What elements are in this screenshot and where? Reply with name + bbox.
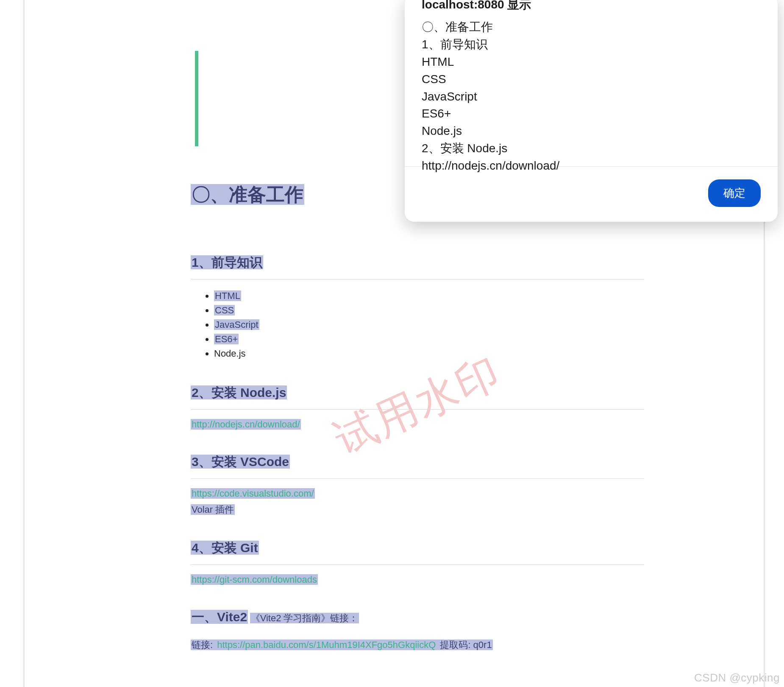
dialog-line: CSS [422, 71, 761, 88]
dialog-line: 1、前导知识 [422, 36, 761, 53]
ok-button[interactable]: 确定 [708, 179, 761, 207]
share-line: 链接: https://pan.baidu.com/s/1Muhm19I4XFg… [191, 639, 644, 651]
vscode-plugin-note: Volar 插件 [191, 504, 235, 515]
dialog-body: 〇、准备工作 1、前导知识 HTML CSS JavaScript ES6+ N… [405, 14, 778, 175]
accent-bar [195, 51, 198, 146]
baidu-share-link[interactable]: https://pan.baidu.com/s/1Muhm19I4XFgo5hG… [216, 640, 436, 650]
section-2-title: 2、安装 Node.js [191, 385, 287, 399]
git-download-link[interactable]: https://git-scm.com/downloads [191, 574, 318, 585]
list-item: ES6+ [214, 332, 644, 346]
list-item-label: CSS [214, 305, 235, 316]
section-5-title: 一、Vite2 [191, 610, 248, 624]
share-prefix: 链接: [191, 640, 216, 650]
list-item: Node.js [214, 346, 644, 361]
alert-dialog: localhost:8080 显示 〇、准备工作 1、前导知识 HTML CSS… [405, 0, 778, 222]
heading-h1: 〇、准备工作 [191, 184, 304, 205]
dialog-line: 2、安装 Node.js [422, 140, 761, 157]
dialog-line: 〇、准备工作 [422, 19, 761, 36]
dialog-line: JavaScript [422, 88, 761, 106]
prerequisite-list: HTML CSS JavaScript ES6+ Node.js [191, 289, 644, 361]
divider [191, 279, 644, 279]
document-content: 〇、准备工作 1、前导知识 HTML CSS JavaScript ES6+ N… [191, 182, 644, 651]
dialog-title: localhost:8080 显示 [405, 0, 778, 14]
share-code: 提取码: q0r1 [436, 640, 492, 650]
list-item: CSS [214, 303, 644, 318]
nodejs-download-link[interactable]: http://nodejs.cn/download/ [191, 419, 301, 430]
divider [191, 478, 644, 479]
section-4-title: 4、安装 Git [191, 541, 259, 555]
vite2-guide-label: 《Vite2 学习指南》链接： [250, 613, 359, 623]
divider [191, 409, 644, 410]
list-item: HTML [214, 289, 644, 303]
section-1-title: 1、前导知识 [191, 255, 263, 269]
dialog-line: ES6+ [422, 105, 761, 123]
vscode-download-link[interactable]: https://code.visualstudio.com/ [191, 488, 315, 499]
list-item-label: JavaScript [214, 319, 259, 330]
csdn-watermark: CSDN @cypking [694, 671, 780, 684]
dialog-line: Node.js [422, 123, 761, 140]
list-item-label: HTML [214, 290, 241, 301]
list-item: JavaScript [214, 318, 644, 332]
divider [191, 564, 644, 565]
list-item-label: Node.js [214, 348, 246, 359]
list-item-label: ES6+ [214, 334, 239, 344]
dialog-line: HTML [422, 53, 761, 71]
section-3-title: 3、安装 VSCode [191, 455, 290, 469]
dialog-line: http://nodejs.cn/download/ [422, 157, 761, 175]
